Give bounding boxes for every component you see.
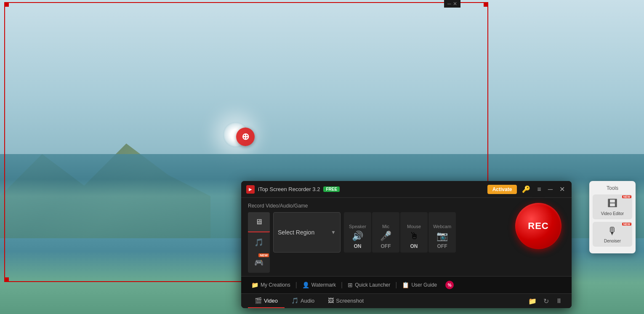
video-editor-icon: 🎞 [607,198,617,210]
quick-launcher-icon: ⊞ [348,282,353,288]
video-editor-label: Video Editor [601,211,624,216]
mouse-label: Mouse [407,224,421,229]
rec-button[interactable]: REC [515,203,562,249]
region-text: Select Region [278,229,327,236]
folder-button[interactable]: 📁 [526,295,539,307]
tool-denoiser[interactable]: NEW 🎙 Denoiser [593,222,632,247]
mic-status: OFF [381,243,391,249]
tab-audio[interactable]: 🎵 Audio [285,294,321,308]
mic-icon: 🎤 [380,231,391,242]
close-button[interactable]: ✕ [558,184,567,194]
mode-screen-button[interactable]: 🖥 [248,212,270,232]
mouse-icon: 🖱 [410,231,419,242]
video-tab-label: Video [264,298,278,304]
refresh-button[interactable]: ↻ [541,295,551,307]
minimize-button[interactable]: ─ [546,185,554,194]
selection-close-button[interactable]: ✕ [453,1,457,7]
promo-button[interactable]: % [442,279,457,291]
watermark-button[interactable]: 👤 Watermark [299,280,339,290]
screenshot-tab-label: Screenshot [336,298,364,304]
section-label: Record Video/Audio/Game [248,203,507,209]
footer-left: 📁 My Creations | 👤 Watermark | ⊞ Quick L… [248,279,457,291]
screenshot-tab-icon: 🖼 [328,297,334,304]
tab-screenshot[interactable]: 🖼 Screenshot [321,294,370,308]
tab-bar: 🎬 Video 🎵 Audio 🖼 Screenshot 📁 ↻ ⏸ [241,293,572,308]
screen-icon: 🖥 [255,218,263,226]
recorder-window: ▶ iTop Screen Recorder 3.2 FREE Activate… [241,181,572,308]
audio-mode-icon: 🎵 [254,238,263,247]
speaker-status: ON [354,243,362,249]
mouse-control[interactable]: Mouse 🖱 ON [400,212,428,253]
quick-launcher-button[interactable]: ⊞ Quick Launcher [344,280,394,290]
title-left: ▶ iTop Screen Recorder 3.2 FREE [246,185,340,194]
selection-corner-controls: ─ ✕ [444,0,460,8]
key-icon-button[interactable]: 🔑 [520,184,532,194]
audio-tab-label: Audio [301,298,314,304]
game-new-badge: NEW [258,253,269,257]
mode-game-button[interactable]: NEW 🎮 [248,253,270,273]
tab-left: 🎬 Video 🎵 Audio 🖼 Screenshot [248,294,370,308]
audio-tab-icon: 🎵 [291,297,298,304]
webcam-control[interactable]: Webcam 📷 OFF [428,212,456,253]
tools-title: Tools [593,185,632,191]
rec-section: REC [512,203,565,249]
webcam-status: OFF [437,243,447,249]
chevron-down-icon: ▼ [331,229,336,235]
move-cursor: ⊕ [235,126,256,147]
selection-minimize-button[interactable]: ─ [447,1,451,7]
speaker-control[interactable]: Speaker 🔊 ON [344,212,371,253]
free-badge: FREE [323,186,340,192]
mode-audio-button[interactable]: 🎵 [248,232,270,253]
mic-label: Mic [382,224,389,229]
video-editor-new-badge: NEW [622,195,631,198]
user-guide-label: User Guide [411,282,437,288]
my-creations-button[interactable]: 📁 My Creations [248,280,294,290]
mode-buttons: 🖥 🎵 NEW 🎮 [248,212,270,273]
denoiser-icon: 🎙 [607,225,617,237]
watermark-label: Watermark [311,282,336,288]
title-right: Activate 🔑 ≡ ─ ✕ [487,184,567,194]
quick-launcher-label: Quick Launcher [355,282,390,288]
title-bar: ▶ iTop Screen Recorder 3.2 FREE Activate… [241,181,572,198]
tab-video[interactable]: 🎬 Video [248,294,285,308]
denoiser-new-badge: NEW [622,223,631,226]
mic-control[interactable]: Mic 🎤 OFF [372,212,399,253]
webcam-icon: 📷 [436,231,448,242]
webcam-label: Webcam [433,224,451,229]
user-guide-button[interactable]: 📋 User Guide [399,280,440,290]
speaker-icon: 🔊 [352,231,363,242]
user-guide-icon: 📋 [402,282,409,288]
activate-button[interactable]: Activate [487,185,517,194]
video-tab-icon: 🎬 [255,297,262,304]
region-selector[interactable]: Select Region ▼ [273,212,341,253]
my-creations-icon: 📁 [251,282,258,288]
controls-row: 🖥 🎵 NEW 🎮 Select Region ▼ [248,212,507,273]
game-icon: 🎮 [254,258,263,267]
footer-bar: 📁 My Creations | 👤 Watermark | ⊞ Quick L… [241,276,572,293]
left-panel: Record Video/Audio/Game 🖥 🎵 NEW 🎮 [248,203,507,273]
speaker-label: Speaker [349,224,366,229]
tab-right: 📁 ↻ ⏸ [526,295,565,307]
mouse-status: ON [410,243,418,249]
denoiser-label: Denoiser [604,239,621,243]
tool-video-editor[interactable]: NEW 🎞 Video Editor [593,194,632,219]
crosshair-icon: ⊕ [236,128,255,146]
tools-panel: Tools NEW 🎞 Video Editor NEW 🎙 Denoiser [589,181,636,253]
audio-controls: Speaker 🔊 ON Mic 🎤 OFF Mouse 🖱 ON [344,212,456,273]
settings-button[interactable]: ⏸ [553,295,565,306]
my-creations-label: My Creations [261,282,290,288]
app-title: iTop Screen Recorder 3.2 [258,186,320,192]
main-content: Record Video/Audio/Game 🖥 🎵 NEW 🎮 [241,198,572,276]
menu-button[interactable]: ≡ [535,185,543,194]
watermark-icon: 👤 [302,282,309,288]
promo-icon: % [445,281,454,289]
app-icon: ▶ [246,185,255,194]
